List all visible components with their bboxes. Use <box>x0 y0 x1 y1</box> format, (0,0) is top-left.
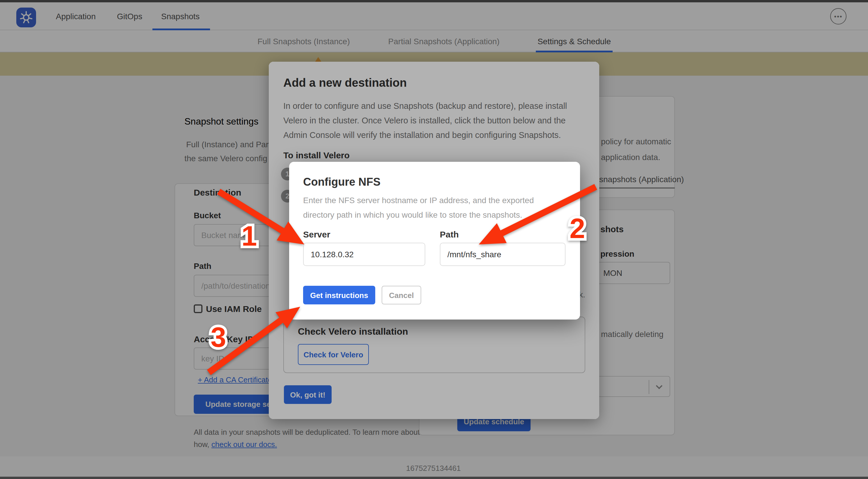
nfs-path-input[interactable] <box>440 243 565 266</box>
server-input[interactable] <box>303 243 425 266</box>
nfs-desc-line1: Enter the NFS server hostname or IP addr… <box>303 196 534 205</box>
server-label: Server <box>303 229 330 239</box>
nfs-desc-line2: directory path in which you would like t… <box>303 210 522 219</box>
configure-nfs-modal: Configure NFS Enter the NFS server hostn… <box>289 162 580 320</box>
screen: Application GitOps Snapshots ••• Full Sn… <box>0 0 868 479</box>
nfs-modal-title: Configure NFS <box>303 176 380 188</box>
get-instructions-button[interactable]: Get instructions <box>303 286 375 304</box>
cancel-button[interactable]: Cancel <box>382 286 421 304</box>
nfs-path-label: Path <box>440 229 459 239</box>
